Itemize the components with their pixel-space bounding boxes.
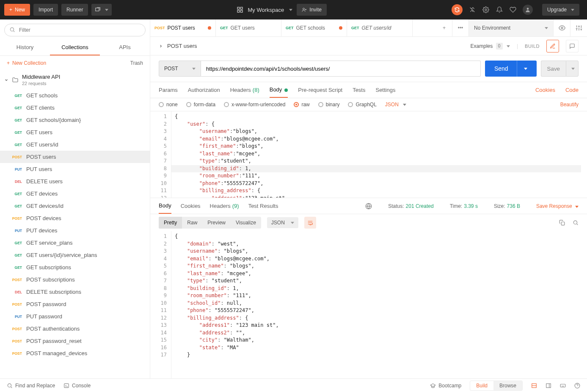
body-lang-select[interactable]: JSON: [385, 102, 406, 108]
response-tab-cookies[interactable]: Cookies: [181, 199, 201, 213]
environment-select[interactable]: No Environment: [468, 19, 553, 36]
sidebar-request-item[interactable]: POSTPOST devices: [0, 212, 150, 224]
upgrade-button[interactable]: Upgrade: [542, 4, 579, 16]
sidebar-tab-collections[interactable]: Collections: [50, 40, 100, 55]
subtab-params[interactable]: Params: [159, 83, 178, 97]
runner-button[interactable]: Runner: [61, 4, 88, 16]
request-tab[interactable]: POSTPOST users: [150, 19, 216, 36]
sidebar-request-item[interactable]: GETGET service_plans: [0, 237, 150, 249]
sidebar-request-item[interactable]: POSTPOST password: [0, 298, 150, 310]
minimap[interactable]: [581, 231, 587, 378]
comment-button[interactable]: [566, 40, 579, 52]
subtab-body[interactable]: Body: [270, 82, 288, 98]
send-button[interactable]: Send: [485, 61, 537, 77]
response-tab-headers[interactable]: Headers(9): [210, 199, 239, 213]
send-caret[interactable]: [517, 61, 527, 77]
sidebar-request-item[interactable]: PUTPUT password: [0, 310, 150, 323]
tab-options-button[interactable]: •••: [452, 19, 468, 36]
subtab-headers[interactable]: Headers(8): [230, 83, 259, 97]
environment-settings-button[interactable]: [570, 19, 587, 36]
sidebar-request-item[interactable]: PUTPUT devices: [0, 224, 150, 237]
response-body-editor[interactable]: 1234567891011121314151617 { "domain": "w…: [150, 231, 587, 378]
sidebar-request-item[interactable]: POSTPOST subscriptions: [0, 273, 150, 286]
body-format-graphql[interactable]: GraphQL: [348, 102, 376, 108]
search-response-button[interactable]: [573, 220, 579, 226]
request-body-editor[interactable]: 123456789101112 { "user": { "username":"…: [150, 111, 587, 198]
save-button[interactable]: Save: [541, 61, 566, 77]
sidebar-request-item[interactable]: GETGET clients: [0, 102, 150, 114]
trash-link[interactable]: Trash: [130, 60, 143, 66]
open-new-window-button[interactable]: [91, 4, 112, 16]
subtab-pre-request-script[interactable]: Pre-request Script: [298, 83, 342, 97]
request-tab[interactable]: GETGET schools: [281, 19, 347, 36]
body-format-binary[interactable]: binary: [318, 102, 340, 108]
url-input[interactable]: [201, 61, 481, 77]
filter-input[interactable]: [4, 24, 146, 36]
avatar[interactable]: [523, 5, 533, 15]
response-tab-test-results[interactable]: Test Results: [248, 199, 278, 213]
response-lang-select[interactable]: JSON: [267, 217, 298, 228]
sidebar-tab-history[interactable]: History: [0, 40, 50, 55]
favorite-button[interactable]: [509, 6, 517, 14]
save-response-button[interactable]: Save Response: [536, 203, 579, 209]
workspace-switcher[interactable]: My Workspace: [248, 7, 292, 13]
save-caret-button[interactable]: [566, 61, 579, 77]
sidebar-request-item[interactable]: GETGET devices: [0, 188, 150, 200]
sidebar-request-item[interactable]: DELDELETE subscriptions: [0, 286, 150, 298]
code-link[interactable]: Code: [565, 87, 579, 93]
new-collection-button[interactable]: + New Collection: [7, 60, 46, 66]
subtab-settings[interactable]: Settings: [375, 83, 395, 97]
body-format-x-www-form-urlencoded[interactable]: x-www-form-urlencoded: [224, 102, 285, 108]
bootcamp-button[interactable]: Bootcamp: [430, 383, 461, 389]
sidebar-request-item[interactable]: POSTPOST authentications: [0, 323, 150, 335]
body-format-none[interactable]: none: [159, 102, 178, 108]
sidebar-request-item[interactable]: POSTPOST users: [0, 151, 150, 163]
body-format-raw[interactable]: raw: [294, 102, 309, 108]
sidebar-request-item[interactable]: GETGET subscriptions: [0, 261, 150, 273]
environment-quicklook-button[interactable]: [553, 19, 570, 36]
beautify-button[interactable]: Beautify: [560, 102, 579, 108]
chevron-right-icon[interactable]: [159, 44, 163, 48]
capture-button[interactable]: [468, 6, 476, 14]
help-button[interactable]: [574, 383, 580, 389]
http-method-select[interactable]: POST: [159, 61, 201, 77]
keyboard-shortcuts-button[interactable]: [560, 383, 566, 389]
sidebar-request-item[interactable]: GETGET devices/id: [0, 200, 150, 212]
body-format-form-data[interactable]: form-data: [186, 102, 215, 108]
sidebar-request-item[interactable]: GETGET users: [0, 126, 150, 138]
add-tab-button[interactable]: +: [436, 19, 452, 36]
build-mode-button[interactable]: Build: [470, 381, 493, 390]
sidebar-request-item[interactable]: GETGET users/id: [0, 138, 150, 151]
two-pane-button[interactable]: [531, 383, 537, 389]
import-button[interactable]: Import: [33, 4, 58, 16]
sidebar-request-item[interactable]: GETGET schools/{domain}: [0, 114, 150, 126]
request-tab[interactable]: GETGET users/id: [347, 19, 413, 36]
examples-dropdown[interactable]: Examples 0: [471, 43, 510, 50]
response-tab-body[interactable]: Body: [159, 198, 171, 214]
minimap[interactable]: [581, 111, 587, 198]
subtab-authorization[interactable]: Authorization: [188, 83, 220, 97]
cookies-link[interactable]: Cookies: [535, 87, 555, 93]
view-mode-preview[interactable]: Preview: [202, 217, 231, 229]
sidebar-tab-apis[interactable]: APIs: [100, 40, 150, 55]
view-mode-raw[interactable]: Raw: [182, 217, 202, 229]
sidebar-request-item[interactable]: POSTPOST password_reset: [0, 335, 150, 347]
invite-button[interactable]: Invite: [297, 4, 327, 16]
request-tab[interactable]: GETGET users: [216, 19, 281, 36]
sidebar-request-item[interactable]: GETGET users/{id}/service_plans: [0, 249, 150, 261]
wrap-lines-button[interactable]: [304, 217, 316, 229]
sidebar-request-item[interactable]: POSTPOST managed_devices: [0, 347, 150, 359]
sidebar-request-item[interactable]: DELDELETE users: [0, 175, 150, 188]
collection-header[interactable]: Middleware API 22 requests: [0, 70, 150, 89]
subtab-tests[interactable]: Tests: [353, 83, 365, 97]
settings-button[interactable]: [482, 6, 490, 14]
browse-mode-button[interactable]: Browse: [493, 381, 522, 390]
panel-layout-button[interactable]: [546, 383, 551, 389]
find-replace-button[interactable]: Find and Replace: [7, 383, 55, 389]
network-icon[interactable]: [365, 203, 372, 210]
edit-button[interactable]: [546, 40, 559, 52]
notifications-button[interactable]: [496, 6, 503, 14]
view-mode-pretty[interactable]: Pretty: [159, 217, 182, 229]
sidebar-request-item[interactable]: PUTPUT users: [0, 163, 150, 175]
view-mode-visualize[interactable]: Visualize: [231, 217, 261, 229]
